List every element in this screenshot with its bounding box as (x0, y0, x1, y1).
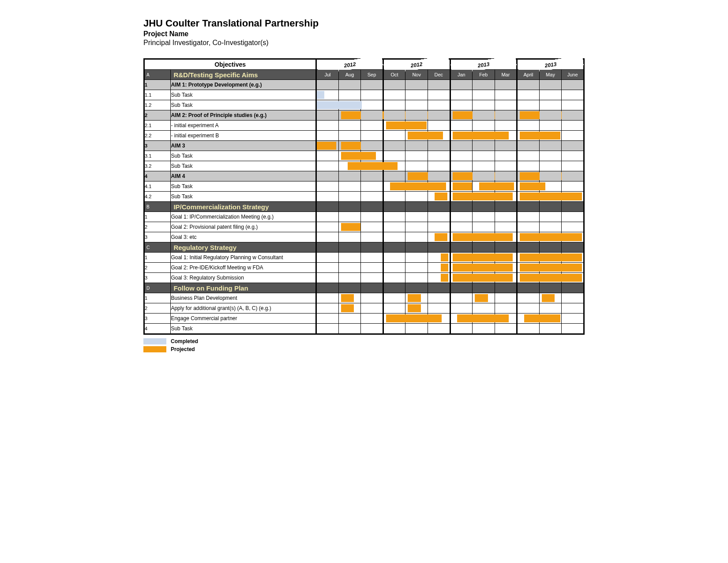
gantt-cell (405, 100, 428, 110)
gantt-cell (450, 273, 473, 283)
row-index: 3 (144, 141, 171, 151)
gantt-cell (338, 222, 361, 232)
gantt-cell (539, 192, 562, 202)
gantt-cell (495, 253, 517, 263)
gantt-cell (338, 324, 361, 334)
gantt-cell (473, 131, 495, 141)
row-label: Goal 2: Pre-IDE/Kickoff Meeting w FDA (171, 263, 316, 273)
gantt-cell (383, 181, 405, 192)
row-index: 1 (144, 293, 171, 303)
gantt-cell (428, 232, 450, 242)
gantt-cell (495, 212, 517, 222)
gantt-cell (517, 314, 540, 324)
gantt-cell (383, 171, 405, 181)
gantt-cell (495, 100, 517, 110)
gantt-cell (316, 131, 339, 141)
task-row: 1Goal 1: IP/Commercialization Meeting (e… (144, 212, 584, 222)
gantt-cell (450, 90, 473, 100)
section-month-cell (316, 202, 339, 212)
gantt-cell (405, 171, 428, 181)
gantt-cell (473, 80, 495, 90)
gantt-cell (383, 121, 405, 131)
section-month-cell (517, 283, 540, 293)
task-row: 4.2Sub Task (144, 192, 584, 202)
gantt-cell (383, 222, 405, 232)
row-index: 1 (144, 212, 171, 222)
month-label: April (517, 70, 540, 80)
row-index: 1 (144, 80, 171, 90)
month-label: Oct (383, 70, 405, 80)
gantt-cell (383, 192, 405, 202)
task-row: 3.2Sub Task (144, 161, 584, 171)
gantt-cell (562, 222, 584, 232)
gantt-cell (495, 181, 517, 192)
gantt-cell (428, 100, 450, 110)
gantt-cell (316, 161, 339, 171)
section-month-cell (450, 242, 473, 253)
gantt-cell (517, 181, 540, 192)
gantt-cell (383, 253, 405, 263)
row-index: 3.2 (144, 161, 171, 171)
gantt-cell (450, 171, 473, 181)
row-label: Sub Task (171, 161, 316, 171)
gantt-cell (383, 293, 405, 303)
gantt-cell (450, 80, 473, 90)
gantt-cell (316, 171, 339, 181)
row-index: 3 (144, 273, 171, 283)
gantt-cell (450, 314, 473, 324)
gantt-cell (383, 263, 405, 273)
gantt-cell (450, 263, 473, 273)
gantt-cell (495, 90, 517, 100)
gantt-cell (495, 324, 517, 334)
gantt-cell (517, 80, 540, 90)
section-month-cell (338, 283, 361, 293)
gantt-cell (428, 263, 450, 273)
gantt-cell (539, 161, 562, 171)
gantt-cell (361, 100, 383, 110)
month-label: Mar (495, 70, 517, 80)
section-month-cell (473, 283, 495, 293)
gantt-cell (473, 181, 495, 192)
section-month-cell (450, 283, 473, 293)
gantt-cell (361, 90, 383, 100)
gantt-cell (361, 151, 383, 161)
gantt-cell (539, 273, 562, 283)
gantt-cell (517, 232, 540, 242)
gantt-cell (338, 293, 361, 303)
gantt-cell (361, 263, 383, 273)
row-index: 1.1 (144, 90, 171, 100)
gantt-cell (338, 253, 361, 263)
gantt-cell (517, 273, 540, 283)
section-month-cell (562, 283, 584, 293)
gantt-cell (428, 222, 450, 232)
row-label: Goal 1: IP/Commercialization Meeting (e.… (171, 212, 316, 222)
gantt-cell (428, 303, 450, 314)
row-label: Goal 3: Regulatory Submission (171, 273, 316, 283)
swatch-completed (143, 338, 166, 344)
gantt-cell (316, 192, 339, 202)
gantt-cell (316, 121, 339, 131)
gantt-cell (517, 110, 540, 121)
month-label: June (562, 70, 584, 80)
gantt-cell (539, 171, 562, 181)
task-row: 2Goal 2: Provisional patent filing (e.g.… (144, 222, 584, 232)
gantt-cell (450, 141, 473, 151)
month-label: Feb (473, 70, 495, 80)
gantt-cell (383, 273, 405, 283)
gantt-cell (361, 141, 383, 151)
task-row: 4.1Sub Task (144, 181, 584, 192)
gantt-cell (450, 222, 473, 232)
task-row: 2Apply for additional grant(s) (A, B, C)… (144, 303, 584, 314)
gantt-cell (361, 303, 383, 314)
gantt-cell (495, 263, 517, 273)
bar-projected (341, 304, 354, 312)
gantt-cell (405, 131, 428, 141)
gantt-cell (539, 131, 562, 141)
gantt-cell (495, 293, 517, 303)
section-header-row: DFollow on Funding Plan (144, 283, 584, 293)
gantt-cell (539, 100, 562, 110)
task-row: 2.2 - initial experiment B (144, 131, 584, 141)
gantt-cell (383, 131, 405, 141)
bar-projected (441, 264, 448, 272)
section-month-cell (383, 283, 405, 293)
